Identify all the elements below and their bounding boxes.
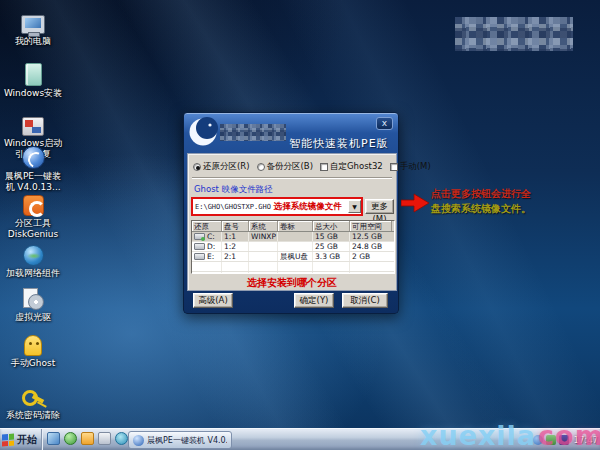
table-header: 还原 盘号 系统 卷标 总大小 可用空间 [192, 221, 394, 232]
partition-hint-text: 选择安装到哪个分区 [188, 276, 396, 290]
launcher-icon[interactable] [115, 432, 128, 445]
app-logo-icon [188, 117, 219, 148]
desktop-icon-manual-ghost[interactable]: 手动Ghost [2, 328, 64, 369]
checkbox-icon [390, 163, 398, 171]
mode-options: 还原分区(R) 备份分区(B) 自定Ghost32 手动(M) [193, 161, 394, 173]
dialog-title: 智能快速装机PE版 [289, 136, 389, 151]
col-total: 总大小 [313, 221, 350, 231]
radio-icon [257, 163, 265, 171]
radio-backup-partition[interactable]: 备份分区(B) [257, 161, 313, 173]
col-disk-no: 盘号 [222, 221, 249, 231]
option-label: 手动(M) [400, 161, 431, 173]
option-label: 自定Ghost32 [330, 161, 383, 173]
ok-button[interactable]: 确定(Y) [294, 293, 334, 308]
windows-install-icon [25, 63, 42, 86]
icon-label: 分区工具 DiskGenius [2, 218, 64, 240]
checkbox-manual[interactable]: 手动(M) [390, 161, 431, 173]
annotation-arrow-icon [401, 191, 431, 215]
table-row-empty [192, 262, 394, 272]
icon-label: 虚拟光驱 [2, 312, 64, 323]
window-icon[interactable] [98, 432, 111, 445]
start-label: 开始 [17, 433, 37, 447]
table-row[interactable]: D: 1:2 25 GB 24.8 GB [192, 242, 394, 252]
quick-launch [47, 432, 128, 445]
icon-label: 我的电脑 [2, 36, 64, 47]
desktop-icon-diskgenius[interactable]: 分区工具 DiskGenius [2, 188, 64, 240]
checkbox-custom-ghost32[interactable]: 自定Ghost32 [320, 161, 383, 173]
option-label: 备份分区(B) [267, 161, 313, 173]
col-restore: 还原 [192, 221, 222, 231]
dialog-content: 还原分区(R) 备份分区(B) 自定Ghost32 手动(M) Ghost 映像… [187, 153, 397, 291]
messenger-tray-icon[interactable] [559, 435, 569, 445]
chevron-down-icon[interactable]: ▼ [348, 200, 361, 213]
start-button[interactable]: 开始 [0, 429, 42, 450]
ghost-path-label: Ghost 映像文件路径 [194, 184, 273, 196]
network-components-icon [23, 245, 44, 266]
option-label: 还原分区(R) [203, 161, 250, 173]
cancel-button[interactable]: 取消(C) [342, 293, 388, 308]
show-desktop-icon[interactable] [47, 432, 60, 445]
screen: 我的电脑 Windows安装 Windows启动引导修复 晨枫PE一键装机 V4… [0, 0, 600, 450]
drive-icon [194, 253, 205, 260]
dialog-titlebar[interactable]: 智能快速装机PE版 x [184, 113, 398, 153]
diskgenius-icon [23, 195, 44, 216]
my-computer-icon [21, 15, 45, 34]
col-free: 可用空间 [350, 221, 392, 231]
divider [192, 177, 392, 179]
desktop-icon-windows-install[interactable]: Windows安装 [2, 58, 64, 99]
manual-ghost-icon [24, 335, 42, 356]
image-path-value: E:\GHO\GHOSTXP.GHO [193, 203, 271, 211]
more-button[interactable]: 更多(M) [365, 199, 394, 214]
drive-icon [194, 233, 205, 240]
checkbox-icon [320, 163, 328, 171]
col-volume: 卷标 [278, 221, 313, 231]
desktop-icon-password-clear[interactable]: 系统密码清除 [2, 380, 64, 421]
desktop-icon-pe-installer[interactable]: 晨枫PE一键装机 V4.0.13... [2, 141, 64, 193]
radio-icon [193, 163, 201, 171]
desktop-icon-virtual-cd[interactable]: 虚拟光驱 [2, 282, 64, 323]
partition-table[interactable]: 还原 盘号 系统 卷标 总大小 可用空间 C: 1:1 WINXP 15 GB … [191, 220, 395, 274]
radio-restore-partition[interactable]: 还原分区(R) [193, 161, 250, 173]
taskbar-task-button[interactable]: 晨枫PE一键装机 V4.0.1... [128, 431, 232, 449]
windows-flag-icon [2, 434, 14, 447]
table-row[interactable]: C: 1:1 WINXP 15 GB 12.5 GB [192, 232, 394, 242]
image-path-hint: 选择系统镜像文件 [274, 201, 342, 213]
system-tray: 17:47 [529, 429, 599, 450]
table-row[interactable]: E: 2:1 晨枫U盘 3.3 GB 2 GB [192, 252, 394, 262]
icon-label: 加载网络组件 [2, 268, 64, 279]
pe-installer-icon [22, 146, 45, 169]
annotation-text: 点击更多按钮会进行全 盘搜索系统镜像文件。 [431, 186, 531, 216]
task-button-label: 晨枫PE一键装机 V4.0.1... [147, 435, 227, 446]
green-tray-icon[interactable] [546, 435, 556, 445]
desktop-icon-my-computer[interactable]: 我的电脑 [2, 6, 64, 47]
pe-installer-task-icon [133, 435, 144, 446]
network-tray-icon[interactable] [533, 435, 543, 445]
advanced-button[interactable]: 高级(A) [193, 293, 233, 308]
drive-icon [194, 243, 205, 250]
icon-label: 手动Ghost [2, 358, 64, 369]
taskbar: 开始 晨枫PE一键装机 V4.0.1... 17:47 [0, 428, 600, 450]
desktop-icon-network-components[interactable]: 加载网络组件 [2, 238, 64, 279]
image-path-combobox[interactable]: E:\GHO\GHOSTXP.GHO 选择系统镜像文件 ▼ [191, 197, 363, 216]
dialog-button-row: 高级(A) 确定(Y) 取消(C) [184, 289, 398, 313]
folder-icon[interactable] [81, 432, 94, 445]
col-system: 系统 [249, 221, 278, 231]
icon-label: 系统密码清除 [2, 410, 64, 421]
clock: 17:47 [574, 435, 599, 445]
password-clear-icon [21, 388, 45, 408]
annotation-line2: 盘搜索系统镜像文件。 [431, 201, 531, 216]
annotation-line1: 点击更多按钮会进行全 [431, 186, 531, 201]
browser-icon[interactable] [64, 432, 77, 445]
censored-brand-mosaic [220, 124, 286, 141]
censored-watermark-mosaic [455, 17, 573, 51]
icon-label: Windows安装 [2, 88, 64, 99]
close-icon[interactable]: x [376, 117, 393, 130]
virtual-cd-icon [22, 288, 44, 310]
installer-dialog: 智能快速装机PE版 x 还原分区(R) 备份分区(B) 自定Ghost32 [183, 112, 399, 314]
boot-repair-icon [22, 117, 44, 136]
table-row-empty [192, 272, 394, 274]
